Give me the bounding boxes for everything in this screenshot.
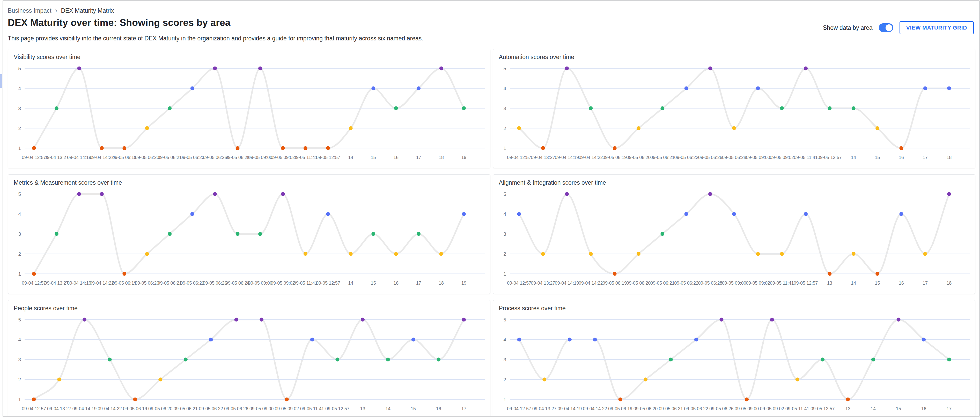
svg-text:09-05 09:00: 09-05 09:00 [722,281,746,286]
svg-text:2: 2 [18,126,21,131]
svg-text:13: 13 [360,406,365,411]
svg-text:09-04 14:22: 09-04 14:22 [579,281,603,286]
svg-text:1: 1 [503,271,506,276]
svg-text:18: 18 [439,155,444,160]
svg-text:09-05 06:28: 09-05 06:28 [225,155,250,160]
alignment-integration-chart-card: Alignment & Integration scores over time… [493,174,975,294]
svg-text:09-04 14:22: 09-04 14:22 [579,155,603,160]
svg-text:09-05 11:41: 09-05 11:41 [293,155,317,160]
people-chart[interactable]: 1234509-04 12:5709-04 13:2709-04 14:1909… [13,314,486,414]
svg-text:09-05 09:02: 09-05 09:02 [271,281,295,286]
svg-text:2: 2 [503,377,506,382]
header-controls: Show data by area VIEW MATURITY GRID [823,21,974,34]
svg-text:09-05 12:57: 09-05 12:57 [316,281,340,286]
svg-text:09-04 13:27: 09-04 13:27 [45,155,68,160]
svg-text:16: 16 [436,406,441,411]
svg-text:09-05 06:20: 09-05 06:20 [626,155,651,160]
svg-text:3: 3 [18,105,21,111]
svg-text:09-04 14:19: 09-04 14:19 [555,155,579,160]
svg-text:5: 5 [18,192,21,197]
breadcrumb-dex-maturity-matrix[interactable]: DEX Maturity Matrix [61,7,114,14]
svg-text:09-04 13:27: 09-04 13:27 [531,155,555,160]
svg-text:09-05 06:26: 09-05 06:26 [709,406,733,411]
svg-text:09-04 12:57: 09-04 12:57 [22,406,46,411]
svg-text:17: 17 [461,406,466,411]
svg-text:09-05 06:26: 09-05 06:26 [224,406,248,411]
chart-grid: Visibility scores over time 1234509-04 1… [8,49,975,417]
automation-chart-card: Automation scores over time 1234509-04 1… [493,49,975,168]
svg-text:4: 4 [18,337,21,342]
svg-text:5: 5 [503,317,506,323]
svg-text:09-05 06:22: 09-05 06:22 [180,155,204,160]
svg-text:09-05 11:41: 09-05 11:41 [293,281,317,286]
svg-text:09-05 11:41: 09-05 11:41 [770,281,794,286]
process-chart[interactable]: 1234509-04 12:5709-04 13:2709-04 14:1909… [498,314,971,414]
svg-text:09-05 06:19: 09-05 06:19 [603,281,627,286]
svg-text:09-05 06:22: 09-05 06:22 [684,406,708,411]
svg-text:3: 3 [503,105,506,111]
svg-text:09-05 09:02: 09-05 09:02 [275,406,299,411]
svg-text:09-05 09:00: 09-05 09:00 [248,281,272,286]
svg-text:09-05 06:28: 09-05 06:28 [722,155,746,160]
breadcrumb-business-impact[interactable]: Business Impact [8,7,51,14]
svg-text:1: 1 [503,145,506,151]
svg-text:09-05 06:19: 09-05 06:19 [123,406,147,411]
svg-text:09-04 14:22: 09-04 14:22 [90,281,114,286]
svg-text:09-05 06:21: 09-05 06:21 [659,406,682,411]
chart-title: Automation scores over time [499,54,971,61]
svg-text:09-05 06:21: 09-05 06:21 [650,155,675,160]
svg-text:09-05 06:19: 09-05 06:19 [112,281,136,286]
svg-text:09-05 06:21: 09-05 06:21 [158,281,182,286]
svg-text:4: 4 [503,337,506,342]
svg-text:09-04 12:57: 09-04 12:57 [22,281,46,286]
left-edge-scroll-indicator[interactable] [0,74,2,88]
svg-text:15: 15 [371,281,376,286]
visibility-chart-card: Visibility scores over time 1234509-04 1… [8,49,490,168]
svg-text:09-04 14:19: 09-04 14:19 [67,155,91,160]
page-description: This page provides visibility into the c… [8,35,970,42]
svg-text:09-04 12:57: 09-04 12:57 [507,406,531,411]
automation-chart[interactable]: 1234509-04 12:5709-04 13:2709-04 14:1909… [498,63,971,162]
svg-text:4: 4 [18,211,21,217]
svg-text:15: 15 [411,406,415,411]
svg-text:09-05 12:57: 09-05 12:57 [316,155,340,160]
svg-text:09-05 09:02: 09-05 09:02 [746,281,770,286]
svg-text:09-04 13:27: 09-04 13:27 [531,281,555,286]
process-chart-card: Process scores over time 1234509-04 12:5… [493,300,975,417]
svg-text:17: 17 [923,155,928,160]
svg-text:17: 17 [947,406,951,411]
svg-text:1: 1 [503,397,506,402]
view-maturity-grid-button[interactable]: VIEW MATURITY GRID [899,21,974,34]
svg-text:09-05 06:22: 09-05 06:22 [199,406,223,411]
chart-title: People scores over time [14,305,486,312]
svg-text:09-05 12:57: 09-05 12:57 [818,155,842,160]
svg-text:2: 2 [18,251,21,257]
svg-text:09-04 14:22: 09-04 14:22 [583,406,607,411]
page-header: Business Impact › DEX Maturity Matrix DE… [3,7,979,42]
svg-text:09-05 09:00: 09-05 09:00 [248,155,272,160]
metrics-measurement-chart[interactable]: 1234509-04 12:5709-04 13:2709-04 14:1909… [13,188,486,288]
svg-text:4: 4 [503,211,506,217]
svg-text:09-05 09:00: 09-05 09:00 [746,155,770,160]
svg-text:09-04 14:19: 09-04 14:19 [67,281,91,286]
svg-text:5: 5 [18,66,21,71]
svg-text:18: 18 [947,155,951,160]
svg-text:3: 3 [503,357,506,362]
svg-text:09-05 06:20: 09-05 06:20 [135,155,159,160]
svg-text:4: 4 [503,86,506,91]
svg-text:09-05 06:20: 09-05 06:20 [633,406,658,411]
svg-text:16: 16 [921,406,926,411]
svg-text:09-04 14:22: 09-04 14:22 [90,155,114,160]
chart-title: Visibility scores over time [14,54,486,61]
svg-text:09-05 09:02: 09-05 09:02 [770,155,794,160]
visibility-chart[interactable]: 1234509-04 12:5709-04 13:2709-04 14:1909… [13,63,486,162]
svg-text:18: 18 [439,281,444,286]
alignment-integration-chart[interactable]: 1234509-04 12:5709-04 13:2709-04 14:1909… [498,188,971,288]
svg-text:09-05 06:22: 09-05 06:22 [674,155,698,160]
svg-text:09-04 13:27: 09-04 13:27 [45,281,68,286]
people-chart-card: People scores over time 1234509-04 12:57… [8,300,490,417]
svg-text:14: 14 [870,406,876,411]
svg-text:19: 19 [461,281,466,286]
svg-text:13: 13 [827,281,832,286]
show-data-by-area-toggle[interactable] [879,23,893,32]
